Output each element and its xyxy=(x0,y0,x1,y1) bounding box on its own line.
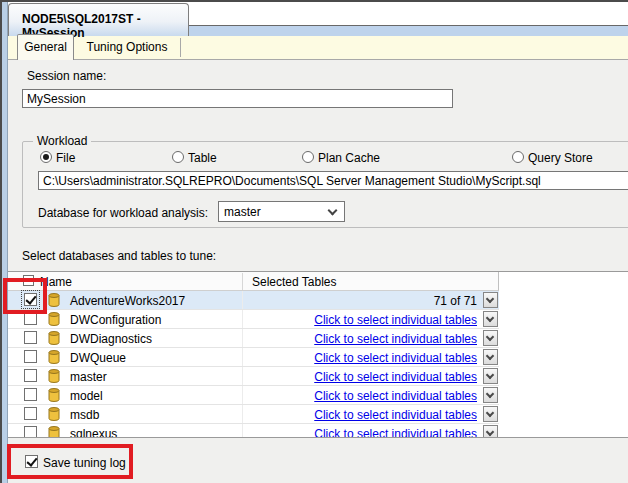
row-dropdown-button[interactable] xyxy=(483,368,498,384)
session-name-input[interactable] xyxy=(22,89,453,108)
row-column-divider xyxy=(242,329,243,347)
chevron-down-icon xyxy=(486,314,494,322)
workload-radio-file[interactable] xyxy=(40,151,52,163)
table-row: DWDiagnosticsClick to select individual … xyxy=(8,329,499,348)
db-analysis-label: Database for workload analysis: xyxy=(38,206,208,220)
row-column-divider xyxy=(242,386,243,404)
chevron-down-icon xyxy=(486,390,494,398)
table-row: DWConfigurationClick to select individua… xyxy=(8,310,499,329)
row-dropdown-button[interactable] xyxy=(483,311,498,327)
database-name: DWDiagnostics xyxy=(70,332,152,346)
save-tuning-log-checkbox[interactable] xyxy=(25,455,38,468)
workload-radio-label[interactable]: Plan Cache xyxy=(318,151,380,165)
workload-radio-label[interactable]: Table xyxy=(188,151,217,165)
row-column-divider xyxy=(242,367,243,385)
table-row: masterClick to select individual tables xyxy=(8,367,499,386)
chevron-down-icon xyxy=(486,409,494,417)
table-row: modelClick to select individual tables xyxy=(8,386,499,405)
select-individual-tables-link[interactable]: Click to select individual tables xyxy=(314,389,477,403)
row-column-divider xyxy=(242,424,243,437)
table-row: DWQueueClick to select individual tables xyxy=(8,348,499,367)
select-individual-tables-link[interactable]: Click to select individual tables xyxy=(314,351,477,365)
select-individual-tables-link[interactable]: Click to select individual tables xyxy=(314,370,477,384)
workload-group-label: Workload xyxy=(33,134,91,148)
workload-radio-table[interactable] xyxy=(172,151,184,163)
row-column-divider xyxy=(242,291,243,309)
row-checkbox[interactable] xyxy=(24,293,37,306)
row-checkbox[interactable] xyxy=(24,426,37,437)
selected-tables-count: 71 of 71 xyxy=(434,294,477,308)
select-individual-tables-link[interactable]: Click to select individual tables xyxy=(314,313,477,327)
row-dropdown-button[interactable] xyxy=(483,349,498,365)
chevron-down-icon xyxy=(328,206,338,216)
column-header-name[interactable]: Name xyxy=(40,275,72,289)
row-column-divider xyxy=(242,310,243,328)
row-checkbox[interactable] xyxy=(24,407,37,420)
select-individual-tables-link[interactable]: Click to select individual tables xyxy=(314,408,477,422)
row-column-divider xyxy=(242,405,243,423)
column-header-selected-tables[interactable]: Selected Tables xyxy=(252,275,337,289)
tab-separator xyxy=(180,38,181,57)
database-name: AdventureWorks2017 xyxy=(70,294,185,308)
chevron-down-icon xyxy=(486,333,494,341)
row-checkbox[interactable] xyxy=(24,350,37,363)
chevron-down-icon xyxy=(486,371,494,379)
row-dropdown-button[interactable] xyxy=(483,406,498,422)
database-icon xyxy=(48,350,60,364)
row-checkbox[interactable] xyxy=(24,312,37,325)
session-name-label: Session name: xyxy=(27,69,106,83)
database-icon xyxy=(48,388,60,402)
database-icon xyxy=(48,293,60,307)
chevron-down-icon xyxy=(486,352,494,360)
row-dropdown-button[interactable] xyxy=(483,292,498,308)
row-checkbox[interactable] xyxy=(24,388,37,401)
select-databases-label: Select databases and tables to tune: xyxy=(22,249,216,263)
database-icon xyxy=(48,426,60,437)
row-dropdown-button[interactable] xyxy=(483,330,498,346)
session-tab[interactable]: NODE5\SQL2017ST - MySession xyxy=(8,3,189,36)
select-all-checkbox[interactable] xyxy=(23,275,34,286)
row-checkbox[interactable] xyxy=(24,331,37,344)
row-checkbox[interactable] xyxy=(24,369,37,382)
workload-radio-plan-cache[interactable] xyxy=(302,151,314,163)
chevron-down-icon xyxy=(486,428,494,436)
database-icon xyxy=(48,312,60,326)
database-name: sqlnexus xyxy=(70,427,117,437)
header-column-divider xyxy=(242,273,243,290)
database-name: DWConfiguration xyxy=(70,313,161,327)
row-column-divider xyxy=(242,348,243,366)
database-icon xyxy=(48,331,60,345)
select-individual-tables-link[interactable]: Click to select individual tables xyxy=(314,427,477,437)
workload-radio-label[interactable]: File xyxy=(56,151,75,165)
select-individual-tables-link[interactable]: Click to select individual tables xyxy=(314,332,477,346)
save-tuning-log-label[interactable]: Save tuning log xyxy=(43,456,126,470)
database-name: DWQueue xyxy=(70,351,126,365)
table-row: msdbClick to select individual tables xyxy=(8,405,499,424)
database-name: master xyxy=(70,370,107,384)
table-row: sqlnexusClick to select individual table… xyxy=(8,424,499,437)
databases-grid: Name Selected Tables AdventureWorks20177… xyxy=(8,272,628,437)
row-dropdown-button[interactable] xyxy=(483,387,498,403)
db-analysis-value: master xyxy=(224,205,261,219)
dta-window: NODE5\SQL2017ST - MySession General Tuni… xyxy=(0,0,628,483)
tab-tuning-options[interactable]: Tuning Options xyxy=(74,36,180,59)
tab-general[interactable]: General xyxy=(17,34,74,60)
workload-file-path-input[interactable] xyxy=(38,171,628,190)
database-icon xyxy=(48,369,60,383)
database-name: msdb xyxy=(70,408,99,422)
row-dropdown-button[interactable] xyxy=(483,425,498,437)
workload-radio-query-store[interactable] xyxy=(512,151,524,163)
workload-radio-label[interactable]: Query Store xyxy=(528,151,593,165)
chevron-down-icon xyxy=(486,295,494,303)
db-analysis-select[interactable]: master xyxy=(218,201,345,222)
table-row: AdventureWorks201771 of 71 xyxy=(8,291,499,310)
database-name: model xyxy=(70,389,103,403)
grid-header-row: Name Selected Tables xyxy=(8,272,499,291)
database-icon xyxy=(48,407,60,421)
